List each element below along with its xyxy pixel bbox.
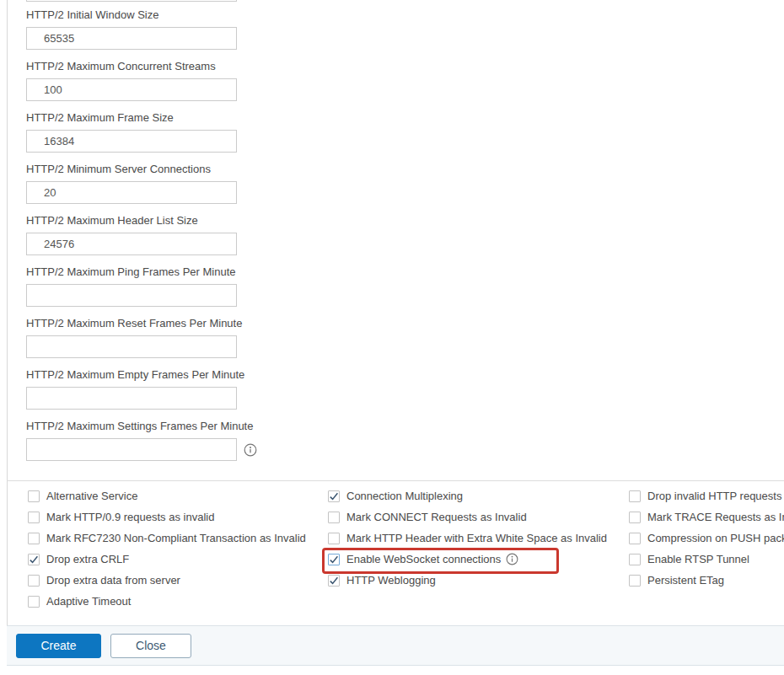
field-input-4[interactable]	[26, 233, 237, 255]
checkbox-label: Enable WebSocket connections	[346, 553, 501, 565]
checkbox-row: Drop extra data from server	[28, 570, 306, 591]
pane-left-border	[7, 0, 8, 666]
checkbox-mark-trace-requests-as-invalid[interactable]	[629, 512, 641, 523]
checkbox-label: Mark RFC7230 Non-Compliant Transaction a…	[46, 532, 306, 544]
clipped-input-above[interactable]	[26, 0, 237, 2]
checkbox-label: Mark CONNECT Requests as Invalid	[346, 511, 527, 523]
checkbox-row: Drop extra CRLF	[28, 549, 306, 570]
footer-bar: Create Close	[7, 625, 784, 666]
field-input-7[interactable]	[26, 387, 237, 410]
field-label: HTTP/2 Maximum Empty Frames Per Minute	[26, 369, 257, 381]
checkbox-mark-rfc7230-non-compliant-transaction-as-invalid[interactable]	[28, 533, 40, 544]
checkbox-enable-websocket-connections[interactable]	[328, 554, 340, 565]
close-button[interactable]: Close	[110, 634, 191, 658]
checkbox-row: Mark HTTP Header with Extra White Space …	[328, 528, 607, 549]
field-input-6[interactable]	[26, 335, 237, 358]
checkbox-row: Adaptive Timeout	[28, 591, 306, 612]
checkbox-mark-http-0-9-requests-as-invalid[interactable]	[28, 512, 40, 523]
field-label: HTTP/2 Maximum Ping Frames Per Minute	[26, 266, 257, 278]
checkbox-section-divider	[7, 480, 784, 481]
create-button[interactable]: Create	[16, 634, 101, 658]
field-label: HTTP/2 Initial Window Size	[26, 9, 257, 21]
http2-fields-group: HTTP/2 Initial Window Size HTTP/2 Maximu…	[26, 9, 257, 472]
checkbox-http-weblogging[interactable]	[328, 575, 340, 587]
checkbox-label: Mark HTTP Header with Extra White Space …	[346, 532, 607, 544]
form-field-2: HTTP/2 Maximum Frame Size	[26, 112, 257, 153]
field-label: HTTP/2 Maximum Reset Frames Per Minute	[26, 318, 257, 329]
checkbox-mark-http-header-with-extra-white-space-as-invalid[interactable]	[328, 533, 340, 544]
checkbox-alternative-service[interactable]	[28, 490, 40, 502]
info-icon[interactable]	[506, 553, 518, 565]
checkbox-drop-invalid-http-requests[interactable]	[629, 490, 641, 502]
form-field-0: HTTP/2 Initial Window Size	[26, 9, 257, 50]
checkbox-enable-rtsp-tunnel[interactable]	[629, 554, 641, 565]
checkbox-label: Adaptive Timeout	[46, 595, 131, 608]
checkbox-row: Compression on PUSH packets	[629, 528, 784, 549]
checkbox-label: Enable RTSP Tunnel	[647, 553, 749, 565]
field-label: HTTP/2 Maximum Frame Size	[26, 112, 257, 124]
checkbox-label: HTTP Weblogging	[346, 574, 436, 587]
checkbox-mark-connect-requests-as-invalid[interactable]	[328, 512, 340, 523]
field-label: HTTP/2 Maximum Header List Size	[26, 215, 257, 227]
checkbox-row: Mark RFC7230 Non-Compliant Transaction a…	[28, 528, 306, 549]
checkbox-connection-multiplexing[interactable]	[328, 490, 340, 502]
checkbox-persistent-etag[interactable]	[629, 575, 641, 587]
checkbox-label: Drop extra data from server	[46, 574, 180, 587]
field-input-1[interactable]	[26, 78, 237, 101]
checkbox-row: Drop invalid HTTP requests	[629, 485, 784, 506]
checkbox-row: Alternative Service	[28, 485, 306, 506]
http-profile-form: { "form": { "fields": [ {"label": "HTTP/…	[0, 0, 784, 675]
checkbox-adaptive-timeout[interactable]	[28, 596, 40, 608]
form-field-3: HTTP/2 Minimum Server Connections	[26, 163, 257, 204]
field-label: HTTP/2 Minimum Server Connections	[26, 163, 257, 175]
field-input-8[interactable]	[26, 438, 237, 461]
field-label: HTTP/2 Maximum Concurrent Streams	[26, 61, 257, 72]
form-field-6: HTTP/2 Maximum Reset Frames Per Minute	[26, 318, 257, 358]
field-input-3[interactable]	[26, 181, 237, 204]
checkbox-label: Mark HTTP/0.9 requests as invalid	[46, 511, 214, 523]
form-field-8: HTTP/2 Maximum Settings Frames Per Minut…	[26, 421, 257, 461]
checkbox-row: Mark HTTP/0.9 requests as invalid	[28, 506, 306, 528]
form-field-7: HTTP/2 Maximum Empty Frames Per Minute	[26, 369, 257, 410]
checkbox-column-3: Drop invalid HTTP requests Mark TRACE Re…	[629, 485, 784, 591]
checkbox-label: Drop extra CRLF	[46, 553, 129, 565]
checkbox-row: Mark TRACE Requests as Invalid	[629, 506, 784, 528]
checkbox-row: HTTP Weblogging	[328, 570, 607, 591]
field-input-0[interactable]	[26, 27, 237, 50]
checkbox-label: Mark TRACE Requests as Invalid	[647, 511, 784, 523]
checkbox-label: Connection Multiplexing	[346, 490, 463, 502]
checkbox-label: Drop invalid HTTP requests	[647, 490, 781, 502]
checkbox-label: Persistent ETag	[647, 574, 724, 587]
checkbox-row: Mark CONNECT Requests as Invalid	[328, 506, 607, 528]
field-input-5[interactable]	[26, 284, 237, 307]
checkbox-drop-extra-data-from-server[interactable]	[28, 575, 40, 587]
checkbox-row: Persistent ETag	[629, 570, 784, 591]
form-field-5: HTTP/2 Maximum Ping Frames Per Minute	[26, 266, 257, 307]
form-field-1: HTTP/2 Maximum Concurrent Streams	[26, 61, 257, 101]
form-field-4: HTTP/2 Maximum Header List Size	[26, 215, 257, 255]
info-icon[interactable]	[244, 443, 257, 457]
checkbox-column-2: Connection Multiplexing Mark CONNECT Req…	[328, 485, 607, 591]
checkbox-label: Compression on PUSH packets	[647, 532, 784, 544]
field-label: HTTP/2 Maximum Settings Frames Per Minut…	[26, 421, 257, 432]
field-input-2[interactable]	[26, 130, 237, 153]
checkbox-drop-extra-crlf[interactable]	[28, 554, 40, 565]
checkbox-compression-on-push-packets[interactable]	[629, 533, 641, 544]
checkbox-row: Connection Multiplexing	[328, 485, 607, 506]
checkbox-row: Enable WebSocket connections	[328, 549, 607, 570]
checkbox-column-1: Alternative Service Mark HTTP/0.9 reques…	[28, 485, 306, 612]
checkbox-row: Enable RTSP Tunnel	[629, 549, 784, 570]
checkbox-label: Alternative Service	[46, 490, 137, 502]
